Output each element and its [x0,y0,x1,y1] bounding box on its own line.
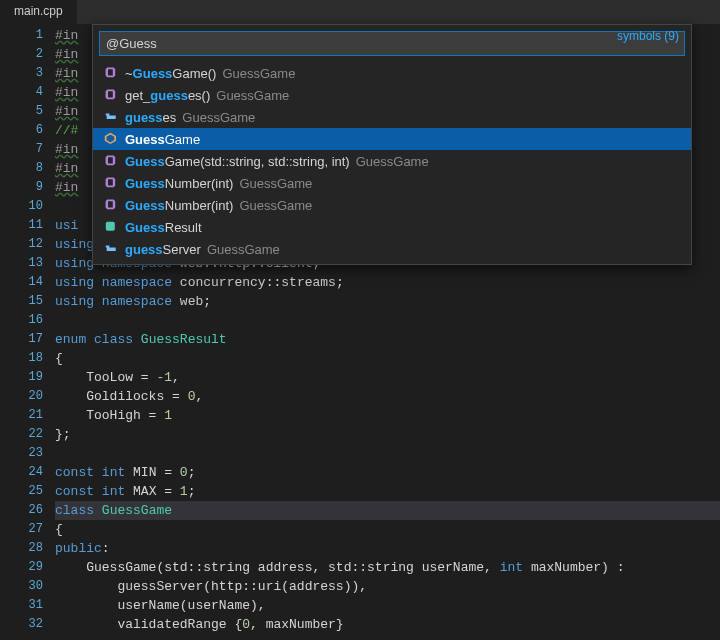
code-line[interactable]: userName(userName), [55,596,720,615]
line-number: 9 [0,178,43,197]
symbol-label: guesses [125,110,176,125]
line-number: 6 [0,121,43,140]
line-number: 11 [0,216,43,235]
symbol-item[interactable]: guessesGuessGame [93,106,691,128]
code-line[interactable]: class GuessGame [55,501,720,520]
line-number: 4 [0,83,43,102]
symbol-label: get_guesses() [125,88,210,103]
line-number: 5 [0,102,43,121]
line-number: 2 [0,45,43,64]
line-number: 19 [0,368,43,387]
line-number: 25 [0,482,43,501]
method-icon [103,153,119,169]
symbol-item[interactable]: GuessNumber(int)GuessGame [93,194,691,216]
symbol-item[interactable]: guessServerGuessGame [93,238,691,260]
code-line[interactable]: const int MIN = 0; [55,463,720,482]
line-number: 27 [0,520,43,539]
enum-icon [103,219,119,235]
method-icon [103,197,119,213]
line-number: 17 [0,330,43,349]
symbol-container: GuessGame [222,66,295,81]
code-line[interactable]: { [55,520,720,539]
symbol-container: GuessGame [216,88,289,103]
code-line[interactable]: { [55,349,720,368]
symbol-search-input[interactable] [99,31,685,56]
symbol-item[interactable]: GuessGame(std::string, std::string, int)… [93,150,691,172]
class-icon [103,131,119,147]
symbol-item[interactable]: GuessGame [93,128,691,150]
symbol-item[interactable]: GuessNumber(int)GuessGame [93,172,691,194]
line-number: 14 [0,273,43,292]
symbol-label: GuessGame [125,132,200,147]
line-number: 21 [0,406,43,425]
symbol-picker: symbols (9) ~GuessGame()GuessGameget_gue… [92,24,692,265]
symbol-container: GuessGame [239,176,312,191]
code-line[interactable]: enum class GuessResult [55,330,720,349]
line-number: 23 [0,444,43,463]
symbol-item[interactable]: GuessResult [93,216,691,238]
symbol-item[interactable]: ~GuessGame()GuessGame [93,62,691,84]
symbol-label: GuessNumber(int) [125,176,233,191]
tab-main-cpp[interactable]: main.cpp [0,0,77,24]
code-line[interactable]: const int MAX = 1; [55,482,720,501]
code-line[interactable]: validatedRange {0, maxNumber} [55,615,720,634]
field-icon [103,109,119,125]
symbol-label: GuessGame(std::string, std::string, int) [125,154,350,169]
code-line[interactable]: TooHigh = 1 [55,406,720,425]
line-number: 16 [0,311,43,330]
line-number: 29 [0,558,43,577]
field-icon [103,241,119,257]
code-line[interactable]: Goldilocks = 0, [55,387,720,406]
line-number: 30 [0,577,43,596]
line-number: 1 [0,26,43,45]
line-number: 26 [0,501,43,520]
line-number: 13 [0,254,43,273]
line-number: 24 [0,463,43,482]
code-line[interactable]: guessServer(http::uri(address)), [55,577,720,596]
code-line[interactable]: public: [55,539,720,558]
symbol-label: guessServer [125,242,201,257]
symbol-item[interactable]: get_guesses()GuessGame [93,84,691,106]
symbol-label: ~GuessGame() [125,66,216,81]
symbol-container: GuessGame [207,242,280,257]
line-number: 7 [0,140,43,159]
line-gutter: 1234567891011121314151617181920212223242… [0,24,55,640]
symbol-list: symbols (9) ~GuessGame()GuessGameget_gue… [93,62,691,264]
line-number: 22 [0,425,43,444]
line-number: 8 [0,159,43,178]
line-number: 18 [0,349,43,368]
code-line[interactable]: }; [55,425,720,444]
line-number: 10 [0,197,43,216]
line-number: 28 [0,539,43,558]
symbol-label: GuessResult [125,220,202,235]
tab-bar: main.cpp [0,0,720,24]
symbol-container: GuessGame [239,198,312,213]
line-number: 15 [0,292,43,311]
code-line[interactable]: TooLow = -1, [55,368,720,387]
symbol-count: symbols (9) [617,29,679,43]
code-line[interactable] [55,444,720,463]
code-line[interactable]: using namespace concurrency::streams; [55,273,720,292]
line-number: 20 [0,387,43,406]
method-icon [103,87,119,103]
code-line[interactable]: using namespace web; [55,292,720,311]
line-number: 12 [0,235,43,254]
symbol-container: GuessGame [182,110,255,125]
line-number: 3 [0,64,43,83]
method-icon [103,65,119,81]
code-line[interactable]: GuessGame(std::string address, std::stri… [55,558,720,577]
line-number: 32 [0,615,43,634]
code-line[interactable] [55,311,720,330]
symbol-container: GuessGame [356,154,429,169]
symbol-label: GuessNumber(int) [125,198,233,213]
method-icon [103,175,119,191]
line-number: 31 [0,596,43,615]
